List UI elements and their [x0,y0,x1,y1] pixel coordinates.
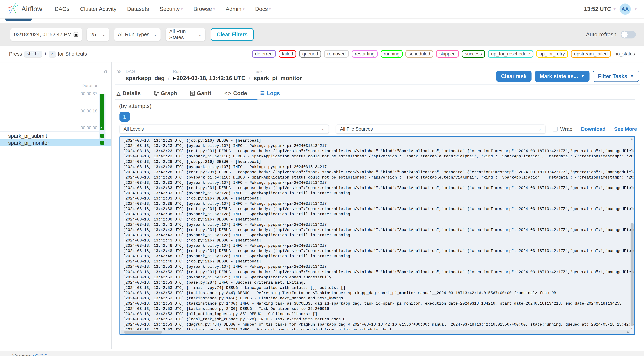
datetime-filter-input[interactable]: 03/18/2024, 01:52:47 PM [10,28,82,41]
nav-item-dags[interactable]: DAGs [55,6,70,12]
expand-panel-icon[interactable]: » [117,68,121,75]
breadcrumb-run[interactable]: Run ▶ 2024-03-18, 13:42:16 UTC [173,69,246,81]
nav-item-docs[interactable]: Docs▾ [255,6,271,12]
status-badge[interactable]: up_for_reschedule [488,50,533,58]
avatar[interactable]: AA [620,4,630,15]
scroll-up-icon[interactable]: ▲ [630,137,633,140]
log-line: [2024-03-18, 13:42:53 UTC] {taskinstance… [123,296,635,301]
horizontal-scrollbar[interactable]: ▶ [121,330,630,334]
vertical-scrollbar[interactable]: ▲ ▼ [630,137,634,334]
chevron-down-icon: ▾ [269,7,271,11]
status-badge[interactable]: removed [324,50,349,58]
log-line: [2024-03-18, 13:42:48 UTC] {rest.py:231}… [123,248,635,254]
breadcrumb-task[interactable]: Task spark_pi_monitor [254,69,302,81]
status-badge[interactable]: failed [278,50,296,58]
tab-graph[interactable]: Graph [152,87,179,99]
nav-item-cluster-activity[interactable]: Cluster Activity [80,6,116,12]
mark-state-button[interactable]: Mark state as...▼ [535,71,590,82]
logs-icon: ☰ [260,90,264,96]
duration-tick: 00:00:18 [80,109,97,113]
chevron-down-icon: ▾ [213,7,215,11]
details-icon: △ [117,90,120,96]
scroll-down-icon[interactable]: ▼ [630,327,633,330]
nav-item-browse[interactable]: Browse▾ [193,6,215,12]
clear-filters-button[interactable]: Clear Filters [211,28,254,41]
status-badge[interactable]: deferred [252,50,276,58]
status-badge[interactable]: no_status [614,51,636,57]
auto-refresh-toggle[interactable] [620,31,636,39]
status-badge[interactable]: queued [299,50,321,58]
clear-task-button[interactable]: Clear task [496,71,532,82]
nav-item-admin[interactable]: Admin▾ [226,6,244,12]
log-line: [2024-03-18, 13:42:43 UTC] {pyspark_pi.p… [123,222,635,227]
wrap-option: Wrap [553,126,572,132]
run-duration-bar[interactable]: ▶ [100,94,104,130]
scrollbar-thumb[interactable] [124,331,162,333]
tab-details[interactable]: △ Details [115,87,142,99]
duration-tick: 00:00:37 [80,91,97,96]
attempt-1-button[interactable]: 1 [120,112,130,122]
status-badge[interactable]: skipped [436,50,459,58]
chevron-down-icon: ⌄ [538,127,542,131]
log-line: [2024-03-18, 13:42:53 UTC] {local_task_j… [123,317,635,322]
task-row-spark-pi-submit[interactable]: spark_pi_submit [0,132,111,139]
log-line: [2024-03-18, 13:42:38 UTC] {rest.py:231}… [123,206,635,212]
filter-tasks-button[interactable]: Filter Tasks▼ [593,71,639,82]
status-badge[interactable]: scheduled [406,50,433,58]
tab-gantt[interactable]: Gantt [189,87,213,99]
version-link[interactable]: v2.7.2 [33,353,48,356]
log-line: [2024-03-18, 13:42:43 UTC] {rest.py:231}… [123,227,635,233]
tab-logs[interactable]: ☰ Logs [258,87,282,99]
log-line: [2024-03-18, 13:42:53 UTC] {base.py:287}… [123,280,635,285]
auto-refresh-group: Auto-refresh [586,31,636,39]
divider [115,84,640,85]
slash-key: / [49,51,56,57]
status-badge[interactable]: running [380,50,402,58]
log-line: [2024-03-18, 13:42:53 UTC] {taskinstance… [123,301,635,306]
run-states-select[interactable]: All Run States⌄ [166,28,206,41]
task-row-spark-pi-monitor[interactable]: spark_pi_monitor [0,139,111,146]
utc-clock[interactable]: 13:52 UTC ▾ [584,6,616,12]
wrap-checkbox[interactable] [553,127,558,131]
log-file-sources-select[interactable]: All File Sources ⌄ [336,124,545,134]
log-line: [2024-03-18, 13:42:28 UTC] {pyspark_pi.p… [123,164,635,169]
log-line: [2024-03-18, 13:42:33 UTC] {job.py:216} … [123,196,635,201]
page-size-select[interactable]: 25⌄ [87,28,109,41]
collapse-panel-icon[interactable]: « [104,68,108,75]
shift-key: shift [24,51,42,57]
log-output[interactable]: [2024-03-18, 13:42:23 UTC] {job.py:216} … [120,136,635,335]
breadcrumb-dag[interactable]: DAG sparkapp_dag [126,69,165,81]
scrollbar-thumb[interactable] [630,223,633,326]
task-status-square-success[interactable] [100,134,104,138]
log-levels-select[interactable]: All Levels ⌄ [120,124,329,134]
chevron-down-icon: ⌄ [102,32,106,37]
log-line: [2024-03-18, 13:42:43 UTC] {job.py:216} … [123,238,635,243]
calendar-icon[interactable] [74,31,78,38]
nav-item-security[interactable]: Security▾ [160,6,183,12]
chevron-down-icon[interactable]: ▾ [635,7,637,11]
gantt-icon [190,91,195,96]
nav-item-datasets[interactable]: Datasets [127,6,149,12]
brand[interactable]: Airflow [7,2,42,16]
run-types-select[interactable]: All Run Types⌄ [114,28,161,41]
scroll-right-icon[interactable]: ▶ [627,331,629,333]
airflow-app: Airflow DAGs Cluster Activity Datasets S… [0,0,644,356]
task-status-square-success[interactable] [100,141,104,145]
log-line: [2024-03-18, 13:42:23 UTC] {rest.py:231}… [123,148,635,154]
status-badge[interactable]: upstream_failed [571,50,611,58]
status-badge[interactable]: success [462,50,485,58]
log-line: [2024-03-18, 13:42:43 UTC] {pyspark_pi.p… [123,233,635,238]
status-badge[interactable]: up_for_retry [536,50,568,58]
chevron-down-icon: ▼ [581,74,584,78]
see-more-link[interactable]: See More [614,126,637,132]
log-filters: All Levels ⌄ All File Sources ⌄ Wrap Dow… [120,124,637,134]
active-tab-indicator [228,99,258,100]
log-lines: [2024-03-18, 13:42:23 UTC] {job.py:216} … [123,138,635,332]
status-badge[interactable]: restarting [352,50,378,58]
chevron-down-icon: ▾ [181,7,183,11]
download-link[interactable]: Download [581,126,606,132]
chevron-down-icon: ▾ [242,7,244,11]
log-line: [2024-03-18, 13:42:23 UTC] {pyspark_pi.p… [123,143,635,148]
tab-code[interactable]: < > Code [223,87,248,99]
chevron-down-icon: ▼ [630,74,634,78]
